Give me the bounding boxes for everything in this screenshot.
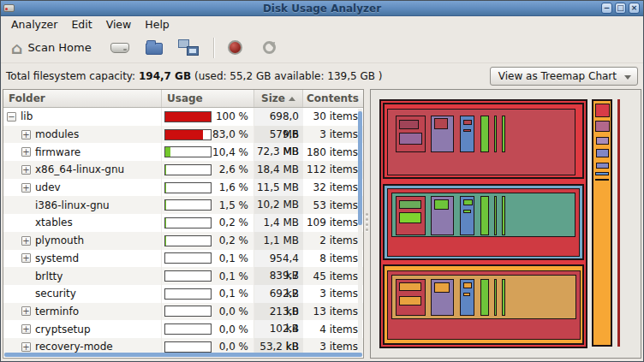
horizontal-scrollbar-thumb[interactable] — [4, 353, 362, 357]
expand-expander-icon[interactable]: + — [21, 147, 31, 157]
contents-cell: 3 items — [303, 288, 362, 300]
treemap-rect-b2-green-bar1 — [399, 200, 421, 210]
folder-cell: +modules — [3, 126, 162, 144]
usage-bar — [164, 252, 212, 264]
size-cell: 698,0 MB — [254, 108, 303, 126]
view-mode-dropdown[interactable]: View as Treemap Chart — [490, 67, 638, 86]
usage-percent: 1,5 % — [212, 199, 253, 211]
titlebar[interactable]: Disk Usage Analyzer − □ × — [1, 1, 643, 16]
column-header-folder[interactable]: Folder — [3, 90, 162, 107]
size-cell: 18,4 MB — [254, 161, 303, 179]
column-header-size[interactable]: Size — [254, 90, 303, 107]
scan-filesystem-button[interactable] — [109, 38, 131, 58]
refresh-icon — [263, 41, 276, 54]
treemap-rect-b3-orange-thin — [463, 293, 470, 296]
table-row[interactable]: +terminfo0,0 %213,0 kB13 items — [3, 303, 363, 321]
table-row[interactable]: brltty0,1 %839,7 kB45 items — [3, 267, 363, 285]
usage-cell: 0,0 % — [162, 320, 254, 338]
size-cell: 213,0 kB — [254, 303, 303, 321]
stop-button[interactable] — [224, 38, 247, 58]
table-row[interactable]: +cryptsetup0,0 %102,4 kB4 items — [3, 320, 363, 338]
folder-cell: brltty — [3, 267, 162, 285]
table-row[interactable]: +firmware10,4 %72,3 MB180 items — [3, 143, 363, 161]
usage-bar — [164, 217, 212, 228]
scan-folder-button[interactable] — [143, 38, 165, 58]
expand-expander-icon[interactable]: + — [21, 165, 31, 175]
size-cell: 579,6 MB — [254, 126, 303, 144]
expand-expander-icon[interactable]: + — [21, 183, 31, 193]
table-row[interactable]: +x86_64-linux-gnu2,6 %18,4 MB112 items — [3, 161, 363, 179]
usage-cell: 0,1 % — [162, 285, 254, 303]
menu-analyzer[interactable]: Analyzer — [4, 16, 64, 33]
size-cell: 72,3 MB — [254, 143, 303, 161]
treemap-rect-b2-green-thin — [463, 210, 471, 214]
menu-help[interactable]: Help — [138, 16, 176, 33]
usage-percent: 10,4 % — [212, 146, 253, 158]
collapse-expander-icon[interactable]: − — [7, 112, 16, 122]
treemap-rect-b3-orange-bar2 — [399, 296, 421, 306]
expand-expander-icon[interactable]: + — [21, 253, 31, 263]
treemap-rect-b2-green-bar3 — [463, 199, 473, 205]
expand-expander-icon[interactable]: + — [21, 130, 31, 139]
folder-name: udev — [35, 181, 61, 193]
folder-cell: +x86_64-linux-gnu — [3, 161, 162, 179]
folder-name: x86_64-linux-gnu — [35, 163, 124, 175]
folder-cell: i386-linux-gnu — [3, 196, 162, 214]
contents-cell: 109 items — [303, 217, 362, 228]
usage-cell: 100 % — [162, 108, 254, 126]
app-window: Disk Usage Analyzer − □ × Analyzer Edit … — [0, 0, 644, 362]
folder-name: firmware — [35, 146, 80, 158]
size-cell: 1,4 MB — [254, 214, 303, 232]
contents-cell: 53 items — [303, 199, 362, 211]
usage-cell: 2,6 % — [162, 161, 254, 179]
expand-expander-icon[interactable]: + — [21, 342, 31, 352]
splitter-grip-icon — [366, 213, 368, 231]
menu-view[interactable]: View — [99, 16, 139, 33]
scan-home-button[interactable]: ⌂ Scan Home — [6, 38, 97, 58]
treemap-rect-strip-blue — [595, 172, 609, 175]
toolbar-separator — [213, 38, 214, 58]
folder-cell: +terminfo — [3, 303, 162, 321]
folder-name: terminfo — [35, 306, 79, 317]
view-mode-value: View as Treemap Chart — [498, 70, 617, 82]
column-header-usage[interactable]: Usage — [162, 90, 254, 107]
contents-cell: 32 items — [303, 181, 362, 193]
treemap-canvas[interactable] — [372, 91, 640, 357]
usage-percent: 0,1 % — [212, 270, 253, 282]
table-row[interactable]: i386-linux-gnu1,5 %10,2 MB53 items — [3, 196, 363, 214]
usage-percent: 0,0 % — [212, 323, 253, 335]
treemap-rect-strip-red — [595, 104, 610, 117]
folder-name: systemd — [35, 252, 79, 264]
table-row[interactable]: security0,1 %692,2 kB3 items — [3, 285, 363, 303]
usage-percent: 0,0 % — [212, 341, 253, 353]
column-header-contents[interactable]: Contents — [303, 90, 362, 107]
usage-percent: 0,1 % — [212, 288, 253, 300]
table-row[interactable]: +plymouth0,2 %1,1 MB2 items — [3, 232, 363, 250]
usage-bar — [164, 270, 212, 282]
menu-edit[interactable]: Edit — [64, 16, 98, 33]
contents-cell: 112 items — [303, 163, 362, 175]
table-row[interactable]: xtables0,2 %1,4 MB109 items — [3, 214, 363, 232]
expand-expander-icon[interactable]: + — [21, 324, 31, 334]
pane-splitter[interactable] — [364, 89, 370, 359]
scan-remote-button[interactable] — [177, 38, 200, 58]
contents-cell: 180 items — [303, 146, 362, 158]
scan-home-label: Scan Home — [28, 41, 92, 54]
refresh-button[interactable] — [259, 38, 281, 58]
vertical-scrollbar[interactable] — [358, 109, 362, 352]
vertical-scrollbar-thumb[interactable] — [358, 111, 362, 225]
expand-expander-icon[interactable]: + — [21, 306, 31, 316]
usage-bar — [164, 111, 212, 122]
folder-tree-panel: Folder Usage Size Contents −lib100 %698,… — [3, 89, 364, 359]
usage-percent: 1,6 % — [212, 181, 253, 193]
usage-cell: 10,4 % — [162, 143, 254, 161]
usage-cell: 0,2 % — [162, 214, 254, 232]
expand-expander-icon[interactable]: + — [21, 236, 31, 246]
usage-bar — [164, 341, 212, 353]
table-row[interactable]: −lib100 %698,0 MB30 items — [3, 108, 363, 126]
table-row[interactable]: +udev1,6 %11,5 MB32 items — [3, 179, 363, 197]
horizontal-scrollbar[interactable] — [4, 353, 362, 357]
table-row[interactable]: +systemd0,1 %954,4 kB8 items — [3, 250, 363, 268]
contents-cell: 2 items — [303, 234, 362, 246]
table-row[interactable]: +modules83,0 %579,6 MB3 items — [3, 126, 363, 144]
